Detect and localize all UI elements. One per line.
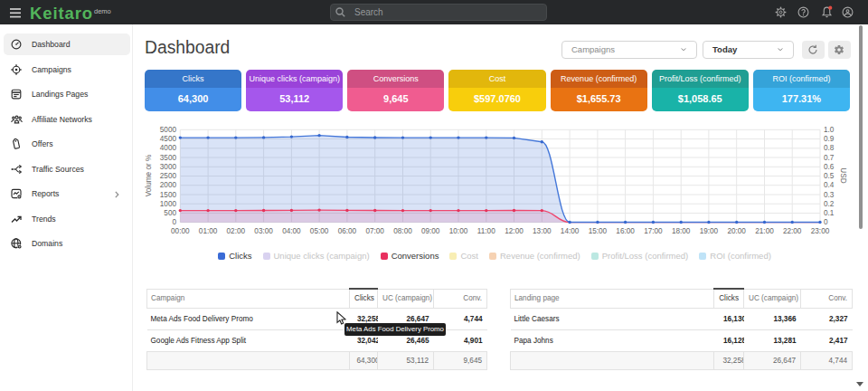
svg-text:3000: 3000 bbox=[160, 163, 177, 171]
svg-text:01:00: 01:00 bbox=[199, 227, 218, 235]
svg-text:14:00: 14:00 bbox=[561, 227, 580, 235]
svg-text:0: 0 bbox=[172, 218, 176, 226]
svg-text:03:00: 03:00 bbox=[254, 227, 273, 235]
svg-text:17:00: 17:00 bbox=[644, 227, 663, 235]
svg-text:18:00: 18:00 bbox=[672, 227, 691, 235]
svg-text:USD: USD bbox=[839, 167, 847, 183]
svg-text:20:00: 20:00 bbox=[727, 227, 746, 235]
svg-text:21:00: 21:00 bbox=[755, 227, 774, 235]
svg-text:06:00: 06:00 bbox=[338, 227, 357, 235]
svg-text:0.1: 0.1 bbox=[824, 209, 835, 217]
svg-text:5000: 5000 bbox=[160, 126, 177, 134]
svg-text:09:00: 09:00 bbox=[421, 227, 440, 235]
svg-text:0: 0 bbox=[824, 218, 828, 226]
svg-text:2500: 2500 bbox=[160, 172, 177, 180]
svg-text:3500: 3500 bbox=[160, 154, 177, 162]
svg-text:0.2: 0.2 bbox=[824, 200, 835, 208]
svg-text:1000: 1000 bbox=[160, 200, 177, 208]
svg-text:0.5: 0.5 bbox=[824, 172, 835, 180]
svg-text:12:00: 12:00 bbox=[505, 227, 524, 235]
svg-text:07:00: 07:00 bbox=[365, 227, 384, 235]
svg-text:0.7: 0.7 bbox=[824, 154, 835, 162]
svg-text:19:00: 19:00 bbox=[700, 227, 719, 235]
svg-text:02:00: 02:00 bbox=[227, 227, 246, 235]
svg-text:1.0: 1.0 bbox=[824, 126, 835, 134]
svg-text:10:00: 10:00 bbox=[449, 227, 468, 235]
svg-text:500: 500 bbox=[164, 209, 176, 217]
svg-text:05:00: 05:00 bbox=[310, 227, 329, 235]
svg-text:00:00: 00:00 bbox=[171, 227, 190, 235]
svg-text:08:00: 08:00 bbox=[393, 227, 412, 235]
svg-text:22:00: 22:00 bbox=[783, 227, 802, 235]
svg-text:0.3: 0.3 bbox=[824, 191, 835, 199]
svg-text:0.6: 0.6 bbox=[824, 163, 835, 171]
svg-text:11:00: 11:00 bbox=[477, 227, 495, 235]
svg-text:2000: 2000 bbox=[160, 181, 177, 189]
svg-text:23:00: 23:00 bbox=[811, 227, 830, 235]
svg-text:Volume or %: Volume or % bbox=[145, 155, 153, 196]
svg-text:15:00: 15:00 bbox=[589, 227, 608, 235]
svg-text:13:00: 13:00 bbox=[533, 227, 552, 235]
svg-text:4000: 4000 bbox=[160, 144, 177, 152]
svg-text:1500: 1500 bbox=[160, 191, 177, 199]
svg-text:04:00: 04:00 bbox=[282, 227, 301, 235]
svg-text:0.4: 0.4 bbox=[824, 181, 835, 189]
svg-text:0.8: 0.8 bbox=[824, 144, 835, 152]
svg-text:4500: 4500 bbox=[160, 135, 177, 143]
svg-text:0.9: 0.9 bbox=[824, 135, 835, 143]
svg-text:16:00: 16:00 bbox=[616, 227, 635, 235]
